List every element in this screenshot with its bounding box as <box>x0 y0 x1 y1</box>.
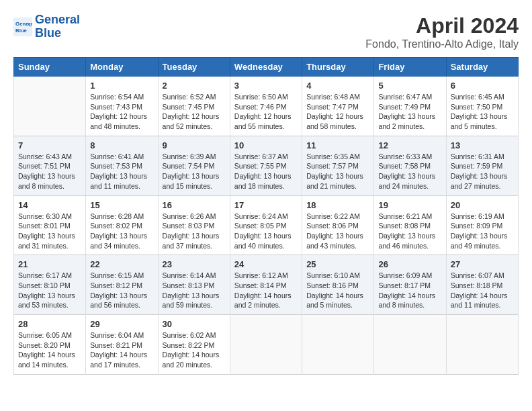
day-number: 12 <box>378 140 441 150</box>
day-number: 5 <box>378 81 441 91</box>
day-info: Sunrise: 6:12 AM Sunset: 8:14 PM Dayligh… <box>234 271 298 310</box>
day-info: Sunrise: 6:04 AM Sunset: 8:21 PM Dayligh… <box>90 330 153 370</box>
day-info: Sunrise: 6:35 AM Sunset: 7:57 PM Dayligh… <box>306 152 369 191</box>
day-info: Sunrise: 6:02 AM Sunset: 8:22 PM Dayligh… <box>163 330 226 370</box>
calendar-cell-w1-d2: 2Sunrise: 6:52 AM Sunset: 7:45 PM Daylig… <box>158 77 230 136</box>
calendar-cell-w1-d6: 6Sunrise: 6:45 AM Sunset: 7:50 PM Daylig… <box>446 77 518 136</box>
day-info: Sunrise: 6:09 AM Sunset: 8:17 PM Dayligh… <box>378 271 441 310</box>
header-sunday: Sunday <box>14 58 86 77</box>
day-info: Sunrise: 6:47 AM Sunset: 7:49 PM Dayligh… <box>378 92 441 132</box>
calendar-cell-w4-d4: 25Sunrise: 6:10 AM Sunset: 8:16 PM Dayli… <box>302 255 374 315</box>
calendar-cell-w4-d6: 27Sunrise: 6:07 AM Sunset: 8:18 PM Dayli… <box>446 255 518 315</box>
header-friday: Friday <box>374 58 446 77</box>
day-number: 9 <box>163 140 226 150</box>
day-info: Sunrise: 6:24 AM Sunset: 8:05 PM Dayligh… <box>234 212 298 251</box>
calendar-cell-w3-d1: 15Sunrise: 6:28 AM Sunset: 8:02 PM Dayli… <box>86 195 158 255</box>
calendar-cell-w3-d5: 19Sunrise: 6:21 AM Sunset: 8:08 PM Dayli… <box>374 195 446 255</box>
header-wednesday: Wednesday <box>230 58 302 77</box>
week-row-3: 14Sunrise: 6:30 AM Sunset: 8:01 PM Dayli… <box>14 195 519 255</box>
day-info: Sunrise: 6:15 AM Sunset: 8:12 PM Dayligh… <box>90 271 153 310</box>
day-number: 11 <box>306 140 369 150</box>
calendar-cell-w2-d2: 9Sunrise: 6:39 AM Sunset: 7:54 PM Daylig… <box>158 136 230 195</box>
day-info: Sunrise: 6:07 AM Sunset: 8:18 PM Dayligh… <box>451 271 514 310</box>
day-number: 19 <box>378 200 441 210</box>
day-number: 29 <box>90 319 153 329</box>
day-number: 15 <box>90 200 153 210</box>
calendar-cell-w3-d0: 14Sunrise: 6:30 AM Sunset: 8:01 PM Dayli… <box>14 195 86 255</box>
week-row-1: 1Sunrise: 6:54 AM Sunset: 7:43 PM Daylig… <box>14 77 519 136</box>
calendar-cell-w2-d1: 8Sunrise: 6:41 AM Sunset: 7:53 PM Daylig… <box>86 136 158 195</box>
day-number: 2 <box>163 81 226 91</box>
day-number: 24 <box>234 259 298 269</box>
calendar-cell-w3-d4: 18Sunrise: 6:22 AM Sunset: 8:06 PM Dayli… <box>302 195 374 255</box>
calendar-cell-w5-d6 <box>446 315 518 375</box>
day-number: 14 <box>18 200 81 210</box>
day-number: 16 <box>163 200 226 210</box>
day-info: Sunrise: 6:14 AM Sunset: 8:13 PM Dayligh… <box>163 271 226 310</box>
calendar-cell-w2-d0: 7Sunrise: 6:43 AM Sunset: 7:51 PM Daylig… <box>14 136 86 195</box>
day-number: 22 <box>90 259 153 269</box>
week-row-4: 21Sunrise: 6:17 AM Sunset: 8:10 PM Dayli… <box>14 255 519 315</box>
day-info: Sunrise: 6:52 AM Sunset: 7:45 PM Dayligh… <box>163 92 226 132</box>
day-info: Sunrise: 6:48 AM Sunset: 7:47 PM Dayligh… <box>306 92 369 132</box>
day-info: Sunrise: 6:22 AM Sunset: 8:06 PM Dayligh… <box>306 212 369 251</box>
svg-text:General: General <box>15 21 32 27</box>
page-header: General Blue GeneralBlue April 2024 Fond… <box>13 13 519 50</box>
calendar-cell-w1-d1: 1Sunrise: 6:54 AM Sunset: 7:43 PM Daylig… <box>86 77 158 136</box>
day-number: 3 <box>234 81 298 91</box>
calendar-cell-w3-d6: 20Sunrise: 6:19 AM Sunset: 8:09 PM Dayli… <box>446 195 518 255</box>
calendar-cell-w5-d1: 29Sunrise: 6:04 AM Sunset: 8:21 PM Dayli… <box>86 315 158 375</box>
day-info: Sunrise: 6:21 AM Sunset: 8:08 PM Dayligh… <box>378 212 441 251</box>
day-info: Sunrise: 6:45 AM Sunset: 7:50 PM Dayligh… <box>451 92 514 132</box>
calendar-cell-w4-d2: 23Sunrise: 6:14 AM Sunset: 8:13 PM Dayli… <box>158 255 230 315</box>
day-number: 21 <box>18 259 81 269</box>
calendar-header-row: Sunday Monday Tuesday Wednesday Thursday… <box>14 58 519 77</box>
day-info: Sunrise: 6:41 AM Sunset: 7:53 PM Dayligh… <box>90 152 153 191</box>
calendar-cell-w5-d5 <box>374 315 446 375</box>
header-monday: Monday <box>86 58 158 77</box>
header-tuesday: Tuesday <box>158 58 230 77</box>
calendar-cell-w2-d3: 10Sunrise: 6:37 AM Sunset: 7:55 PM Dayli… <box>230 136 302 195</box>
day-number: 6 <box>451 81 514 91</box>
day-number: 17 <box>234 200 298 210</box>
day-number: 26 <box>378 259 441 269</box>
day-number: 8 <box>90 140 153 150</box>
calendar-cell-w3-d2: 16Sunrise: 6:26 AM Sunset: 8:03 PM Dayli… <box>158 195 230 255</box>
day-info: Sunrise: 6:26 AM Sunset: 8:03 PM Dayligh… <box>163 212 226 251</box>
page-title: April 2024 <box>365 13 519 38</box>
day-number: 30 <box>163 319 226 329</box>
day-number: 4 <box>306 81 369 91</box>
day-number: 23 <box>163 259 226 269</box>
day-info: Sunrise: 6:10 AM Sunset: 8:16 PM Dayligh… <box>306 271 369 310</box>
day-info: Sunrise: 6:39 AM Sunset: 7:54 PM Dayligh… <box>163 152 226 191</box>
calendar-cell-w4-d0: 21Sunrise: 6:17 AM Sunset: 8:10 PM Dayli… <box>14 255 86 315</box>
day-number: 25 <box>306 259 369 269</box>
header-saturday: Saturday <box>446 58 518 77</box>
calendar-table: Sunday Monday Tuesday Wednesday Thursday… <box>13 57 519 375</box>
day-info: Sunrise: 6:28 AM Sunset: 8:02 PM Dayligh… <box>90 212 153 251</box>
calendar-cell-w5-d2: 30Sunrise: 6:02 AM Sunset: 8:22 PM Dayli… <box>158 315 230 375</box>
svg-text:Blue: Blue <box>15 28 28 34</box>
day-info: Sunrise: 6:54 AM Sunset: 7:43 PM Dayligh… <box>90 92 153 132</box>
day-number: 27 <box>451 259 514 269</box>
day-info: Sunrise: 6:43 AM Sunset: 7:51 PM Dayligh… <box>18 152 81 191</box>
logo-text: GeneralBlue <box>35 13 80 40</box>
day-number: 1 <box>90 81 153 91</box>
calendar-cell-w5-d4 <box>302 315 374 375</box>
logo-icon: General Blue <box>13 17 32 36</box>
day-info: Sunrise: 6:17 AM Sunset: 8:10 PM Dayligh… <box>18 271 81 310</box>
title-block: April 2024 Fondo, Trentino-Alto Adige, I… <box>365 13 519 50</box>
day-info: Sunrise: 6:37 AM Sunset: 7:55 PM Dayligh… <box>234 152 298 191</box>
calendar-cell-w1-d0 <box>14 77 86 136</box>
week-row-2: 7Sunrise: 6:43 AM Sunset: 7:51 PM Daylig… <box>14 136 519 195</box>
day-number: 20 <box>451 200 514 210</box>
logo: General Blue GeneralBlue <box>13 13 80 40</box>
day-number: 18 <box>306 200 369 210</box>
calendar-cell-w1-d3: 3Sunrise: 6:50 AM Sunset: 7:46 PM Daylig… <box>230 77 302 136</box>
day-info: Sunrise: 6:33 AM Sunset: 7:58 PM Dayligh… <box>378 152 441 191</box>
calendar-cell-w5-d3 <box>230 315 302 375</box>
calendar-cell-w3-d3: 17Sunrise: 6:24 AM Sunset: 8:05 PM Dayli… <box>230 195 302 255</box>
calendar-cell-w4-d5: 26Sunrise: 6:09 AM Sunset: 8:17 PM Dayli… <box>374 255 446 315</box>
calendar-cell-w2-d6: 13Sunrise: 6:31 AM Sunset: 7:59 PM Dayli… <box>446 136 518 195</box>
day-number: 28 <box>18 319 81 329</box>
